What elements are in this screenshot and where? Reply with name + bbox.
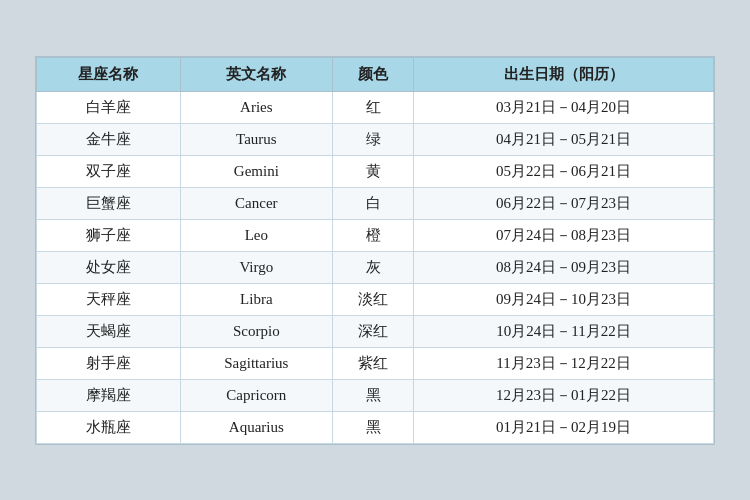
table-cell-3-3: 06月22日－07月23日 <box>414 187 714 219</box>
table-cell-0-0: 白羊座 <box>37 91 181 123</box>
table-cell-4-3: 07月24日－08月23日 <box>414 219 714 251</box>
zodiac-table: 星座名称英文名称颜色出生日期（阳历） 白羊座Aries红03月21日－04月20… <box>36 57 714 444</box>
table-cell-1-0: 金牛座 <box>37 123 181 155</box>
table-cell-3-0: 巨蟹座 <box>37 187 181 219</box>
table-row: 摩羯座Capricorn黑12月23日－01月22日 <box>37 379 714 411</box>
header-cell-3: 出生日期（阳历） <box>414 57 714 91</box>
table-cell-5-1: Virgo <box>180 251 332 283</box>
table-cell-0-1: Aries <box>180 91 332 123</box>
table-cell-1-1: Taurus <box>180 123 332 155</box>
table-body: 白羊座Aries红03月21日－04月20日金牛座Taurus绿04月21日－0… <box>37 91 714 443</box>
table-row: 处女座Virgo灰08月24日－09月23日 <box>37 251 714 283</box>
table-cell-1-2: 绿 <box>332 123 413 155</box>
header-cell-0: 星座名称 <box>37 57 181 91</box>
table-cell-5-0: 处女座 <box>37 251 181 283</box>
table-row: 狮子座Leo橙07月24日－08月23日 <box>37 219 714 251</box>
zodiac-table-wrapper: 星座名称英文名称颜色出生日期（阳历） 白羊座Aries红03月21日－04月20… <box>35 56 715 445</box>
table-cell-2-0: 双子座 <box>37 155 181 187</box>
table-cell-4-0: 狮子座 <box>37 219 181 251</box>
table-cell-2-1: Gemini <box>180 155 332 187</box>
table-row: 双子座Gemini黄05月22日－06月21日 <box>37 155 714 187</box>
table-cell-10-0: 水瓶座 <box>37 411 181 443</box>
table-cell-8-2: 紫红 <box>332 347 413 379</box>
table-cell-5-2: 灰 <box>332 251 413 283</box>
table-cell-5-3: 08月24日－09月23日 <box>414 251 714 283</box>
table-cell-8-1: Sagittarius <box>180 347 332 379</box>
table-cell-6-3: 09月24日－10月23日 <box>414 283 714 315</box>
table-cell-6-2: 淡红 <box>332 283 413 315</box>
header-cell-1: 英文名称 <box>180 57 332 91</box>
table-cell-3-1: Cancer <box>180 187 332 219</box>
table-cell-8-0: 射手座 <box>37 347 181 379</box>
table-header: 星座名称英文名称颜色出生日期（阳历） <box>37 57 714 91</box>
table-cell-9-3: 12月23日－01月22日 <box>414 379 714 411</box>
table-cell-6-1: Libra <box>180 283 332 315</box>
table-cell-0-3: 03月21日－04月20日 <box>414 91 714 123</box>
table-cell-10-2: 黑 <box>332 411 413 443</box>
table-cell-4-1: Leo <box>180 219 332 251</box>
table-cell-1-3: 04月21日－05月21日 <box>414 123 714 155</box>
table-cell-2-3: 05月22日－06月21日 <box>414 155 714 187</box>
table-cell-7-0: 天蝎座 <box>37 315 181 347</box>
table-row: 巨蟹座Cancer白06月22日－07月23日 <box>37 187 714 219</box>
table-row: 天蝎座Scorpio深红10月24日－11月22日 <box>37 315 714 347</box>
table-row: 射手座Sagittarius紫红11月23日－12月22日 <box>37 347 714 379</box>
table-row: 水瓶座Aquarius黑01月21日－02月19日 <box>37 411 714 443</box>
table-cell-0-2: 红 <box>332 91 413 123</box>
table-cell-6-0: 天秤座 <box>37 283 181 315</box>
table-cell-10-1: Aquarius <box>180 411 332 443</box>
header-cell-2: 颜色 <box>332 57 413 91</box>
table-row: 金牛座Taurus绿04月21日－05月21日 <box>37 123 714 155</box>
table-row: 白羊座Aries红03月21日－04月20日 <box>37 91 714 123</box>
table-cell-9-2: 黑 <box>332 379 413 411</box>
table-cell-2-2: 黄 <box>332 155 413 187</box>
table-cell-4-2: 橙 <box>332 219 413 251</box>
table-cell-7-3: 10月24日－11月22日 <box>414 315 714 347</box>
table-row: 天秤座Libra淡红09月24日－10月23日 <box>37 283 714 315</box>
table-cell-9-0: 摩羯座 <box>37 379 181 411</box>
table-cell-8-3: 11月23日－12月22日 <box>414 347 714 379</box>
table-cell-7-1: Scorpio <box>180 315 332 347</box>
table-cell-10-3: 01月21日－02月19日 <box>414 411 714 443</box>
table-cell-7-2: 深红 <box>332 315 413 347</box>
table-cell-3-2: 白 <box>332 187 413 219</box>
header-row: 星座名称英文名称颜色出生日期（阳历） <box>37 57 714 91</box>
table-cell-9-1: Capricorn <box>180 379 332 411</box>
